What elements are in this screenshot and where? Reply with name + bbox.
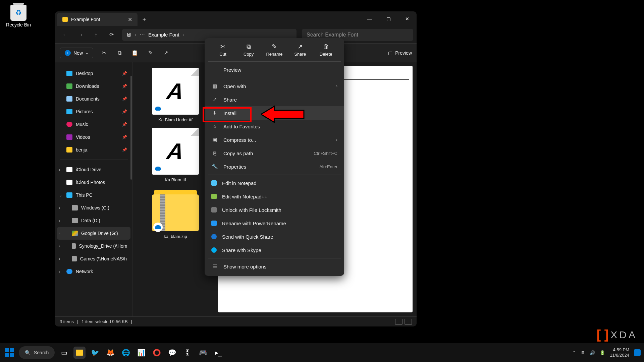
maximize-button[interactable]: ▢ [379, 11, 398, 26]
app-icon[interactable]: 🎛 [181, 347, 194, 359]
ctx-powerrename[interactable]: Rename with PowerRename [205, 217, 344, 230]
tab-example-font[interactable]: Example Font ✕ [57, 13, 138, 26]
close-window-button[interactable]: ✕ [398, 11, 417, 26]
sidebar-item-desktop[interactable]: Desktop📌 [57, 67, 130, 80]
up-button[interactable]: ↑ [89, 29, 103, 41]
taskbar-search[interactable]: 🔍Search [19, 346, 55, 359]
firefox-app[interactable]: 🦊 [104, 347, 116, 359]
new-tab-button[interactable]: + [138, 13, 151, 26]
ctx-cut[interactable]: ✂Cut [213, 43, 232, 57]
scrollbar[interactable] [130, 76, 132, 180]
chevron-right-icon[interactable]: › [59, 206, 60, 210]
volume-icon[interactable]: 🔊 [590, 350, 595, 355]
sidebar-drive-d[interactable]: ›Data (D:) [57, 214, 130, 227]
install-icon: ⬇ [211, 110, 218, 116]
ctx-rename[interactable]: ✎Rename [265, 43, 284, 57]
ctx-copy-path[interactable]: ⎘Copy as pathCtrl+Shift+C [205, 146, 344, 160]
tray-icon[interactable]: 🖥 [581, 350, 585, 355]
back-button[interactable]: ← [58, 29, 72, 41]
ctx-quick-share[interactable]: Send with Quick Share [205, 230, 344, 243]
minimize-button[interactable]: — [360, 11, 379, 26]
forward-button[interactable]: → [74, 29, 87, 41]
sidebar-drive-google[interactable]: ›Google Drive (G:) [57, 227, 130, 240]
copy-icon[interactable]: ⧉ [115, 48, 124, 58]
ctx-edit-notepad[interactable]: Edit in Notepad [205, 176, 344, 190]
app-icon[interactable]: 🎮 [197, 347, 209, 359]
share-icon[interactable]: ↗ [161, 48, 170, 58]
sidebar-drive-games[interactable]: ›Games (\\HomeNAS\home) [57, 252, 130, 265]
rename-icon[interactable]: ✎ [146, 48, 155, 58]
cut-icon[interactable]: ✂ [99, 48, 109, 58]
ctx-copy[interactable]: ⧉Copy [239, 43, 258, 57]
pin-icon: 📌 [122, 97, 127, 101]
preview-pane-button[interactable]: ▢ Preview [388, 50, 412, 56]
search-placeholder: Search Example Font [307, 32, 358, 38]
sidebar-item-icloud-drive[interactable]: ›iCloud Drive [57, 163, 130, 176]
chevron-right-icon[interactable]: › [59, 257, 60, 261]
pin-icon: 📌 [122, 71, 127, 76]
sidebar-item-this-pc[interactable]: ⌄This PC [57, 189, 130, 201]
tab-title: Example Font [71, 17, 100, 22]
paste-icon[interactable]: 📋 [130, 48, 140, 58]
task-view-button[interactable]: ▭ [58, 347, 70, 359]
search-icon: 🔍 [25, 350, 31, 355]
start-button[interactable] [3, 347, 15, 359]
app-icon[interactable]: 📊 [135, 347, 147, 359]
sidebar-item-videos[interactable]: Videos📌 [57, 131, 130, 143]
chevron-right-icon[interactable]: › [59, 219, 60, 223]
chevron-right-icon[interactable]: › [59, 231, 60, 235]
ctx-edit-notepadpp[interactable]: Edit with Notepad++ [205, 190, 344, 203]
sidebar-drive-c[interactable]: ›Windows (C:) [57, 201, 130, 214]
google-drive-icon [72, 231, 78, 236]
ctx-preview[interactable]: Preview [205, 63, 344, 76]
ctx-open-with[interactable]: ▦Open with› [205, 79, 344, 93]
sidebar-item-documents[interactable]: Documents📌 [57, 93, 130, 105]
context-menu: ✂Cut ⧉Copy ✎Rename ↗Share 🗑Delete Previe… [205, 38, 344, 276]
refresh-button[interactable]: ⟳ [105, 29, 118, 41]
ctx-share[interactable]: ↗Share [290, 43, 310, 57]
drive-icon [72, 256, 77, 261]
file-ka-blam-under[interactable]: A Ka Blam Under.ttf [136, 68, 215, 122]
clock[interactable]: 4:59 PM 11/8/2024 [610, 347, 629, 358]
file-ka-blam[interactable]: A Ka Blam.ttf [136, 128, 215, 182]
sidebar-item-downloads[interactable]: Downloads📌 [57, 80, 130, 93]
sidebar-item-pictures[interactable]: Pictures📌 [57, 105, 130, 118]
sidebar-drive-synology[interactable]: ›Synology_Drive (\\HomeNAS\home) [57, 240, 130, 252]
sidebar-item-network[interactable]: ›Network [57, 265, 130, 278]
app-icon[interactable]: 🐦 [89, 347, 101, 359]
chevron-right-icon[interactable]: › [59, 168, 60, 172]
chrome-app[interactable]: 🌐 [120, 347, 132, 359]
new-button[interactable]: + New ⌄ [60, 48, 93, 58]
app-icon[interactable]: ⭕ [151, 347, 163, 359]
chevron-right-icon[interactable]: › [59, 269, 60, 274]
ctx-skype[interactable]: Share with Skype [205, 243, 344, 257]
chevron-right-icon[interactable]: › [59, 244, 60, 248]
file-explorer-app[interactable] [73, 347, 86, 359]
recycle-bin[interactable]: ♻ Recycle Bin [3, 5, 34, 27]
sidebar-item-benja[interactable]: benja📌 [57, 143, 130, 156]
file-ka-blam-zip[interactable]: ka_blam.zip [136, 188, 215, 239]
close-tab-icon[interactable]: ✕ [128, 16, 132, 23]
pictures-icon [66, 109, 72, 114]
ctx-compress[interactable]: ▣Compress to...› [205, 133, 344, 146]
ctx-show-more[interactable]: ☰Show more options [205, 260, 344, 273]
chevron-down-icon: ⌄ [86, 51, 88, 55]
icons-view-button[interactable] [405, 319, 412, 325]
pin-icon: 📌 [122, 122, 127, 127]
sidebar-item-music[interactable]: Music📌 [57, 118, 130, 131]
chevron-down-icon[interactable]: ⌄ [59, 193, 62, 197]
ctx-properties[interactable]: 🔧PropertiesAlt+Enter [205, 160, 344, 173]
app-icon[interactable]: 💬 [166, 347, 178, 359]
battery-icon[interactable]: 🔋 [600, 350, 605, 355]
copy-icon: ⧉ [247, 43, 251, 50]
tray-chevron-icon[interactable]: ⌃ [572, 350, 576, 355]
more-path-icon[interactable]: ⋯ [140, 32, 145, 38]
breadcrumb[interactable]: Example Font [148, 32, 179, 38]
sidebar-item-icloud-photos[interactable]: iCloud Photos [57, 176, 130, 189]
details-view-button[interactable] [395, 319, 402, 325]
terminal-app[interactable]: ▸_ [212, 347, 224, 359]
share-icon: ↗ [211, 97, 218, 103]
ctx-delete[interactable]: 🗑Delete [316, 43, 336, 57]
ctx-file-locksmith[interactable]: Unlock with File Locksmith [205, 203, 344, 217]
notifications-button[interactable] [634, 349, 641, 356]
